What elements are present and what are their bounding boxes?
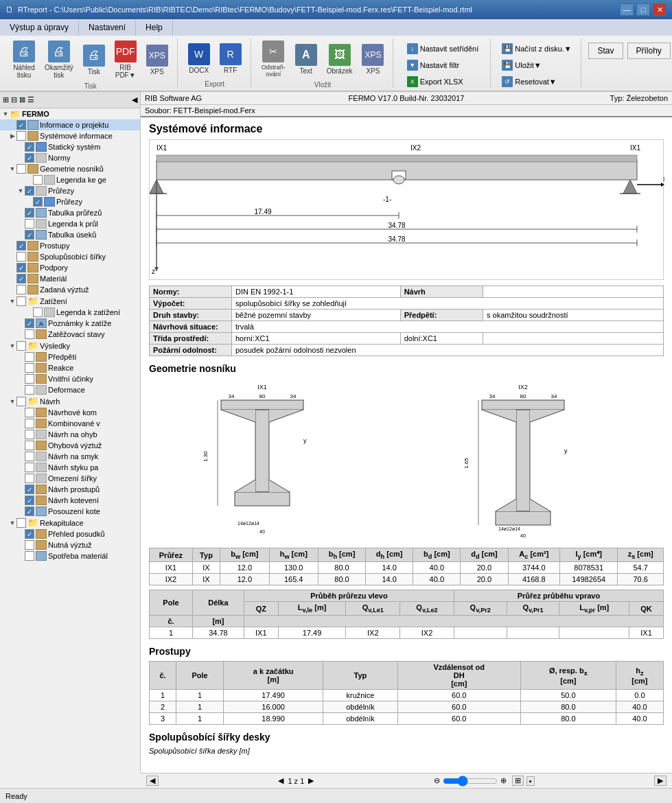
podpory-checkbox[interactable]: ✓ [16,263,26,272]
odstrankovani-button[interactable]: ✂ Odstraň-ování [258,38,289,80]
staticky-checkbox[interactable]: ✓ [25,142,34,152]
scroll-left[interactable]: ◀ [146,776,159,786]
sidebar-item-material[interactable]: ✓ Materiál [0,273,140,284]
rekapitulace-checkbox[interactable] [16,518,26,528]
posouzeni-checkbox[interactable]: ✓ [25,507,34,516]
sidebar-item-navrh-styku[interactable]: Návrh styku pa [0,462,140,473]
nacist-button[interactable]: 💾 Načíst z disku.▼ [498,41,575,56]
sidebar-tool-3[interactable]: ⊠ [19,95,25,104]
tab-help[interactable]: Help [136,19,173,36]
tisk-button[interactable]: 🖨 Tisk [80,43,108,78]
sidebar-item-omezeni[interactable]: Omezení šířky [0,473,140,484]
sidebar-root[interactable]: ▼ 📁 FERMO [0,108,140,119]
sidebar-item-parezy[interactable]: ▼ ✓ Průřezy [0,185,140,196]
sidebar-item-zatizeni[interactable]: ▼ 📁 Zatížení [0,295,140,307]
navrh-smyk-checkbox[interactable] [25,452,34,461]
sidebar-item-vnitrni[interactable]: Vnitřní účinky [0,373,140,384]
nutna-checkbox[interactable] [25,540,34,550]
predpeti-checkbox[interactable] [25,352,34,362]
zadana-checkbox[interactable] [16,285,26,294]
sidebar-item-podpory[interactable]: ✓ Podpory [0,262,140,273]
material-checkbox[interactable]: ✓ [16,274,26,283]
zoom-slider[interactable] [443,776,498,787]
view-toggle-1[interactable]: ⊞ [512,776,524,786]
reakce-checkbox[interactable] [25,363,34,373]
navrh-checkbox[interactable] [16,397,26,406]
vnitrni-checkbox[interactable] [25,374,34,384]
sidebar-item-ohybova[interactable]: Ohybová výztuž [0,440,140,451]
sidebar-item-nutna[interactable]: Nutná výztuž [0,539,140,550]
sidebar-item-reakce[interactable]: Reakce [0,362,140,373]
parezy2-checkbox[interactable]: ✓ [33,197,43,207]
xps-button[interactable]: XPS XPS [143,43,172,78]
ohybova-checkbox[interactable] [25,441,34,450]
sidebar-item-navrh-prostupu[interactable]: ✓ Návrh prostupů [0,484,140,495]
navrh-prostupu-checkbox[interactable]: ✓ [25,485,34,494]
nastavit-setreni-button[interactable]: ↕ Nastavit setřídění [403,41,483,56]
export-xlsx-button[interactable]: X Export XLSX [403,74,483,89]
informace-checkbox[interactable]: ✓ [16,120,26,130]
vysledky-checkbox[interactable] [16,341,26,351]
sidebar-item-navrh-ohy[interactable]: Návrh na ohyb [0,429,140,440]
sidebar-item-rekapitulace[interactable]: ▼ 📁 Rekapitulace [0,517,140,528]
prev-page-btn[interactable]: ◀ [278,776,283,785]
zoom-in-btn[interactable]: ⊕ [500,776,507,785]
scroll-left-btn[interactable]: ◀ [146,776,159,786]
scroll-right-btn[interactable]: ▶ [654,776,667,786]
zatizeni-checkbox[interactable] [16,296,26,306]
sidebar-tool-4[interactable]: ☰ [27,95,34,104]
rib-pdf-button[interactable]: PDF RIBPDF▼ [111,38,140,81]
obrazek-button[interactable]: 🖼 Obrázek [323,42,356,77]
poznamky-checkbox[interactable]: ✓ [25,318,34,328]
sidebar-item-poznamky[interactable]: ✓ A Poznámky k zatíže [0,318,140,329]
sidebar-item-spotreba[interactable]: Spotřeba materiál [0,550,140,561]
sidebar-item-geometrie[interactable]: ▼ Geometrie nosníků [0,163,140,174]
nahled-button[interactable]: 🖨 Náhledtisku [10,38,38,81]
navrhove-checkbox[interactable] [25,408,34,417]
kombinovane-checkbox[interactable] [25,419,34,428]
maximize-button[interactable]: □ [636,3,650,16]
sidebar-item-deformace[interactable]: Deformace [0,384,140,395]
sidebar-item-tabulka-parez[interactable]: ✓ Tabulka průřezů [0,207,140,218]
spolupusobici-checkbox[interactable] [16,252,26,261]
close-button[interactable]: ✕ [653,3,667,16]
navrh-koteveni-checkbox[interactable]: ✓ [25,496,34,505]
sidebar-item-kombinovane[interactable]: Kombinované v [0,418,140,429]
text-button[interactable]: A Text [292,42,321,77]
deformace-checkbox[interactable] [25,385,34,395]
normy-checkbox[interactable]: ✓ [25,153,34,163]
sidebar-item-legenda-prul[interactable]: Legenda k průl [0,218,140,229]
legenda-zat-checkbox[interactable] [33,307,43,317]
xps2-button[interactable]: XPS XPS [358,42,387,77]
sidebar-item-legenda-zat[interactable]: Legenda k zatížení [0,307,140,318]
nastavit-filtr-button[interactable]: ▼ Nastavit filtr [403,58,483,73]
tab-output[interactable]: Výstup a úpravy [0,19,79,36]
rtf-button[interactable]: R RTF [216,41,245,76]
sidebar-item-parezy2[interactable]: ✓ Průřezy [0,196,140,207]
sidebar-item-spolupusobici[interactable]: Spolupůsobící šířky [0,251,140,262]
prehled-checkbox[interactable]: ✓ [25,529,34,539]
prostupy-checkbox[interactable]: ✓ [16,241,26,251]
sidebar-collapse[interactable]: ◀ [132,95,137,104]
sidebar-item-zatezovaci[interactable]: Zatěžovací stavy [0,329,140,340]
tabulka-parez-checkbox[interactable]: ✓ [25,208,34,218]
geometrie-checkbox[interactable] [16,164,26,174]
sidebar-item-informace[interactable]: ✓ Informace o projektu [0,119,140,130]
legenda-ge-checkbox[interactable] [33,175,43,185]
tabulka-useku-checkbox[interactable]: ✓ [25,230,34,240]
sidebar-item-zadana[interactable]: Zadaná výztuž [0,284,140,295]
resetovat2-button[interactable]: ↺ Resetovat▼ [498,74,575,89]
stav-button[interactable]: Stav [588,43,623,59]
next-page-btn[interactable]: ▶ [308,776,314,785]
sidebar-item-legenda-ge[interactable]: Legenda ke ge [0,174,140,185]
sidebar-item-navrhove[interactable]: Návrhové kom [0,407,140,418]
sidebar-item-navrh[interactable]: ▼ 📁 Návrh [0,395,140,407]
sidebar-item-navrh-koteveni[interactable]: ✓ Návrh kotevení [0,495,140,506]
sidebar-item-staticky[interactable]: ✓ Statický systém [0,141,140,152]
sidebar-item-systemove[interactable]: ▶ Systémové informace [0,130,140,141]
sidebar-item-posouzeni[interactable]: ✓ Posouzení kote [0,506,140,517]
systemove-checkbox[interactable] [16,131,26,141]
minimize-button[interactable]: — [620,3,634,16]
view-toggle-2[interactable]: ▪ [526,776,535,786]
prilohy-button[interactable]: Přílohy [627,43,671,59]
